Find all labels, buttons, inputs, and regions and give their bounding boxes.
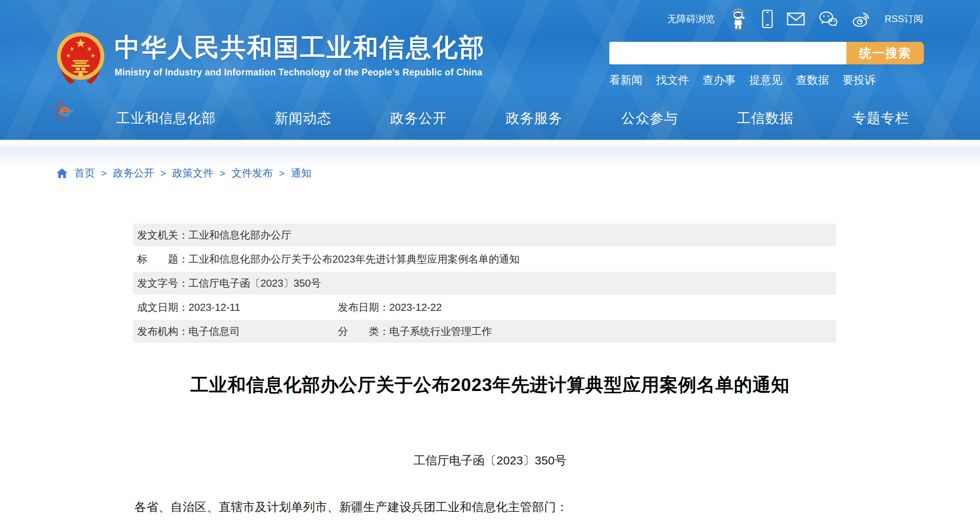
nav-item-gov-info[interactable]: 政务公开 xyxy=(390,109,447,128)
crumb-gov-info[interactable]: 政务公开 xyxy=(113,166,154,180)
weibo-icon[interactable] xyxy=(852,10,871,28)
rss-link[interactable]: RSS订阅 xyxy=(885,13,923,25)
site-subtitle: Ministry of Industry and Information Tec… xyxy=(115,67,485,78)
meta-row-dates: 成文日期： 2023-12-11 发布日期： 2023-12-22 xyxy=(133,295,836,320)
wechat-icon[interactable] xyxy=(818,11,838,27)
nav-item-gov-services[interactable]: 政务服务 xyxy=(506,109,563,128)
quick-link-data[interactable]: 查数据 xyxy=(796,73,829,88)
doc-meta-table: 发文机关： 工业和信息化部办公厅 标 题： 工业和信息化部办公厅关于公布2023… xyxy=(133,224,836,343)
nav-item-participation[interactable]: 公众参与 xyxy=(621,109,678,128)
crumb-file-release[interactable]: 文件发布 xyxy=(232,166,273,180)
breadcrumb: 首页 > 政务公开 > 政策文件 > 文件发布 > 通知 xyxy=(56,166,311,180)
quick-link-news[interactable]: 看新闻 xyxy=(609,73,643,88)
nav-item-topics[interactable]: 专题专栏 xyxy=(852,109,909,128)
meta-row-issuing-agency: 发文机关： 工业和信息化部办公厅 xyxy=(133,224,836,246)
meta-row-doc-number: 发文字号： 工信厅电子函〔2023〕350号 xyxy=(133,272,836,295)
site-title: 中华人民共和国工业和信息化部 xyxy=(115,33,485,62)
search-input[interactable] xyxy=(609,42,846,64)
brand-link[interactable]: 中华人民共和国工业和信息化部 Ministry of Industry and … xyxy=(56,32,485,85)
nav-item-data[interactable]: 工信数据 xyxy=(737,109,794,128)
meta-label: 成文日期： xyxy=(137,301,188,314)
document-number: 工信厅电子函〔2023〕350号 xyxy=(0,453,980,469)
meta-value: 2023-12-11 xyxy=(188,301,240,314)
nav-items: 工业和信息化部 新闻动态 政务公开 政务服务 公众参与 工信数据 专题专栏 xyxy=(116,97,909,140)
site-header: 无障碍浏览 xyxy=(0,0,980,140)
header-shadow-band xyxy=(0,141,980,170)
meta-label: 标 题： xyxy=(137,252,188,266)
document-title: 工业和信息化部办公厅关于公布2023年先进计算典型应用案例名单的通知 xyxy=(0,373,980,397)
crumb-notice[interactable]: 通知 xyxy=(291,166,311,180)
meta-label: 发文机关： xyxy=(137,228,188,242)
home-icon[interactable] xyxy=(56,168,68,179)
meta-value: 电子信息司 xyxy=(188,325,240,338)
meta-value: 工业和信息化部办公厅 xyxy=(188,228,291,242)
quick-link-feedback[interactable]: 提意见 xyxy=(749,73,782,88)
meta-value: 工业和信息化部办公厅关于公布2023年先进计算典型应用案例名单的通知 xyxy=(188,252,520,266)
mail-icon[interactable] xyxy=(787,12,805,26)
crumb-home[interactable]: 首页 xyxy=(74,166,95,180)
crumb-policy-files[interactable]: 政策文件 xyxy=(172,166,213,180)
unified-search-button[interactable]: 统一搜索 xyxy=(846,42,924,64)
quick-link-complaint[interactable]: 要投诉 xyxy=(842,73,876,88)
meta-label: 分 类： xyxy=(338,325,389,338)
crumb-separator: > xyxy=(220,168,225,179)
quick-link-files[interactable]: 找文件 xyxy=(656,73,689,88)
mobile-icon[interactable] xyxy=(761,9,773,28)
topbar: 无障碍浏览 xyxy=(667,9,923,29)
meta-label: 发文字号： xyxy=(137,276,188,290)
mascot-robot-icon[interactable] xyxy=(728,8,748,30)
search-area: 统一搜索 xyxy=(609,42,924,64)
meta-row-title: 标 题： 工业和信息化部办公厅关于公布2023年先进计算典型应用案例名单的通知 xyxy=(133,246,836,272)
meta-value: 电子系统行业管理工作 xyxy=(389,325,492,338)
brand-text: 中华人民共和国工业和信息化部 Ministry of Industry and … xyxy=(115,32,485,85)
nav-item-miit[interactable]: 工业和信息化部 xyxy=(116,109,216,128)
nav-item-news[interactable]: 新闻动态 xyxy=(275,109,332,128)
crumb-separator: > xyxy=(160,168,166,179)
meta-value: 2023-12-22 xyxy=(389,301,442,314)
meta-value: 工信厅电子函〔2023〕350号 xyxy=(188,276,321,290)
search-quick-links: 看新闻 找文件 查办事 提意见 查数据 要投诉 xyxy=(609,73,876,88)
meta-row-publisher: 发布机构： 电子信息司 分 类： 电子系统行业管理工作 xyxy=(133,320,836,343)
svg-text:e: e xyxy=(59,101,70,120)
national-emblem-icon xyxy=(56,32,105,85)
miit-e-logo-icon[interactable]: e xyxy=(54,100,75,120)
crumb-separator: > xyxy=(279,168,285,179)
crumb-separator: > xyxy=(101,168,107,179)
document-salutation: 各省、自治区、直辖市及计划单列市、新疆生产建设兵团工业和信息化主管部门： xyxy=(134,499,568,515)
meta-label: 发布机构： xyxy=(137,325,188,338)
accessibility-link[interactable]: 无障碍浏览 xyxy=(667,13,715,25)
main-nav: e 工业和信息化部 新闻动态 政务公开 政务服务 公众参与 工信数据 专题专栏 xyxy=(0,97,980,140)
quick-link-services[interactable]: 查办事 xyxy=(703,73,736,88)
meta-label: 发布日期： xyxy=(338,301,389,314)
